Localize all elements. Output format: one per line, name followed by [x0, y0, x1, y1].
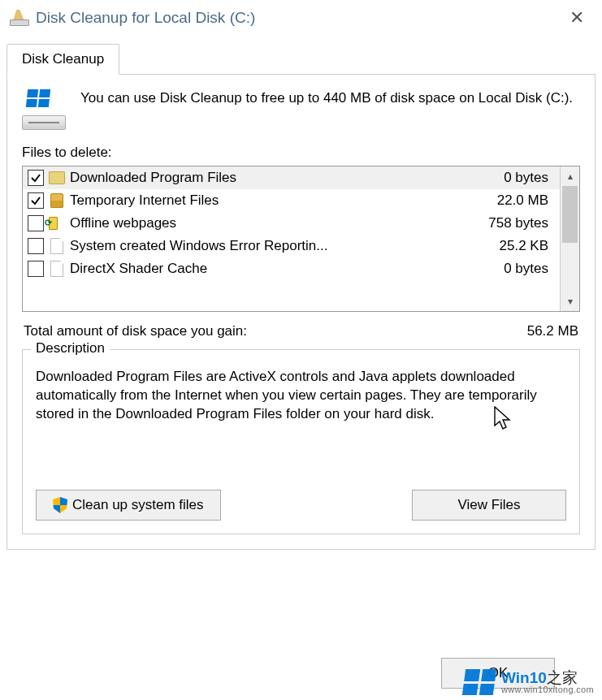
item-name: Downloaded Program Files — [70, 170, 499, 186]
file-icon — [49, 260, 65, 278]
list-item[interactable]: Downloaded Program Files0 bytes — [23, 166, 560, 189]
files-list: Downloaded Program Files0 bytesTemporary… — [22, 166, 580, 312]
item-size: 0 bytes — [504, 170, 553, 186]
total-value: 56.2 MB — [527, 323, 578, 339]
title-bar: Disk Cleanup for Local Disk (C:) ✕ — [0, 0, 602, 36]
item-size: 758 bytes — [488, 215, 553, 231]
intro-row: You can use Disk Cleanup to free up to 4… — [22, 89, 580, 130]
item-name: Temporary Internet Files — [70, 192, 492, 209]
window-title: Disk Cleanup for Local Disk (C:) — [36, 9, 561, 27]
checkbox[interactable] — [28, 215, 44, 231]
intro-text: You can use Disk Cleanup to free up to 4… — [80, 89, 573, 108]
scroll-thumb[interactable] — [562, 186, 578, 243]
checkbox[interactable] — [28, 238, 44, 254]
item-size: 0 bytes — [504, 261, 553, 277]
tab-panel: You can use Disk Cleanup to free up to 4… — [6, 74, 596, 550]
folder-icon — [49, 169, 65, 187]
watermark-url: www.win10xitong.com — [501, 685, 594, 694]
scrollbar[interactable]: ▴ ▾ — [560, 166, 579, 311]
file-icon — [49, 237, 65, 255]
item-size: 22.0 MB — [497, 192, 553, 209]
item-name: DirectX Shader Cache — [70, 261, 499, 277]
list-item[interactable]: Offline webpages758 bytes — [23, 212, 560, 235]
drive-cleanup-icon — [10, 10, 29, 26]
checkbox[interactable] — [28, 192, 44, 209]
list-item[interactable]: System created Windows Error Reportin...… — [23, 235, 560, 257]
list-item[interactable]: Temporary Internet Files22.0 MB — [23, 189, 560, 212]
drive-icon — [22, 89, 66, 130]
watermark-brand: Win10 — [501, 669, 547, 686]
watermark-suffix: 之家 — [547, 669, 578, 686]
item-name: Offline webpages — [70, 215, 483, 231]
cleanup-button-label: Clean up system files — [72, 497, 204, 513]
scroll-up-icon[interactable]: ▴ — [561, 166, 579, 186]
checkbox[interactable] — [28, 261, 44, 277]
checkbox[interactable] — [28, 170, 44, 186]
list-item[interactable]: DirectX Shader Cache0 bytes — [23, 257, 560, 280]
cleanup-system-files-button[interactable]: Clean up system files — [36, 490, 221, 521]
scroll-down-icon[interactable]: ▾ — [561, 292, 579, 311]
uac-shield-icon — [53, 497, 67, 513]
files-to-delete-label: Files to delete: — [22, 145, 580, 161]
view-files-label: View Files — [457, 497, 520, 513]
description-text: Downloaded Program Files are ActiveX con… — [36, 368, 566, 465]
item-name: System created Windows Error Reportin... — [70, 238, 495, 254]
web-icon — [49, 214, 65, 232]
tab-strip: Disk Cleanup — [6, 44, 596, 75]
close-icon[interactable]: ✕ — [561, 4, 592, 32]
description-group: Description Downloaded Program Files are… — [22, 349, 580, 534]
tab-disk-cleanup[interactable]: Disk Cleanup — [6, 44, 119, 75]
view-files-button[interactable]: View Files — [412, 490, 566, 521]
item-size: 25.2 KB — [500, 238, 554, 254]
scroll-track[interactable] — [561, 186, 579, 292]
description-heading: Description — [31, 340, 110, 356]
total-label: Total amount of disk space you gain: — [24, 323, 247, 339]
lock-icon — [49, 192, 65, 210]
windows-logo-icon — [462, 669, 496, 695]
watermark: Win10之家 www.win10xitong.com — [464, 669, 594, 695]
total-row: Total amount of disk space you gain: 56.… — [24, 323, 578, 339]
